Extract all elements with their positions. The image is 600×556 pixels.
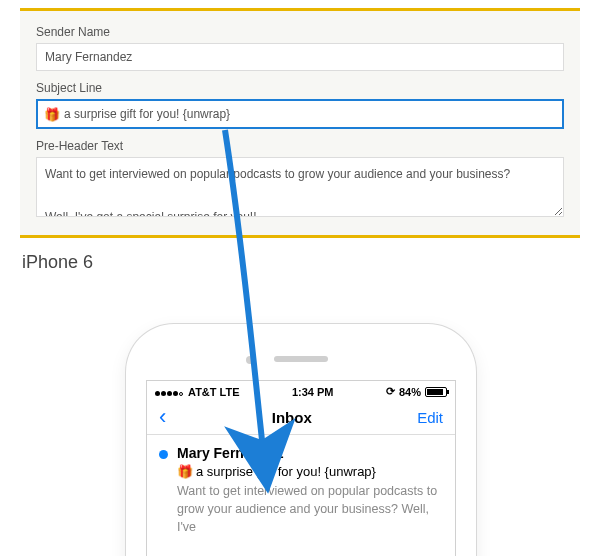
mail-sender: Mary Fernandez — [177, 445, 441, 461]
unread-dot-icon — [159, 450, 168, 459]
subject-line-label: Subject Line — [36, 81, 564, 95]
status-left: AT&T LTE — [155, 386, 240, 398]
battery-pct: 84% — [399, 386, 421, 398]
status-right: ⟳ 84% — [386, 385, 447, 398]
phone-speaker — [274, 356, 328, 362]
sender-name-label: Sender Name — [36, 25, 564, 39]
sender-name-input[interactable] — [36, 43, 564, 71]
edit-button[interactable]: Edit — [417, 409, 443, 426]
signal-icon — [155, 386, 184, 398]
phone-screen: AT&T LTE 1:34 PM ⟳ 84% ‹ Inbox Edit Mary… — [146, 380, 456, 556]
subject-line-input[interactable] — [36, 99, 564, 129]
gift-icon: 🎁 — [177, 464, 193, 479]
orientation-icon: ⟳ — [386, 385, 395, 398]
carrier-text: AT&T LTE — [188, 386, 240, 398]
preheader-textarea[interactable] — [36, 157, 564, 217]
device-label: iPhone 6 — [22, 252, 600, 273]
phone-camera-dot — [246, 356, 254, 364]
mail-subject: 🎁a surprise gift for you! {unwrap} — [177, 464, 441, 479]
mail-subject-text: a surprise gift for you! {unwrap} — [196, 464, 376, 479]
battery-icon — [425, 387, 447, 397]
nav-bar: ‹ Inbox Edit — [147, 402, 455, 435]
phone-mockup: AT&T LTE 1:34 PM ⟳ 84% ‹ Inbox Edit Mary… — [126, 324, 476, 556]
subject-line-wrap: 🎁 — [36, 99, 564, 129]
nav-title: Inbox — [272, 409, 312, 426]
back-button[interactable]: ‹ — [159, 406, 166, 428]
mail-row[interactable]: Mary Fernandez 🎁a surprise gift for you!… — [147, 435, 455, 544]
mail-preview: Want to get interviewed on popular podca… — [177, 482, 441, 536]
preheader-label: Pre-Header Text — [36, 139, 564, 153]
email-compose-panel: Sender Name Subject Line 🎁 Pre-Header Te… — [20, 8, 580, 238]
status-bar: AT&T LTE 1:34 PM ⟳ 84% — [147, 381, 455, 402]
status-time: 1:34 PM — [292, 386, 334, 398]
